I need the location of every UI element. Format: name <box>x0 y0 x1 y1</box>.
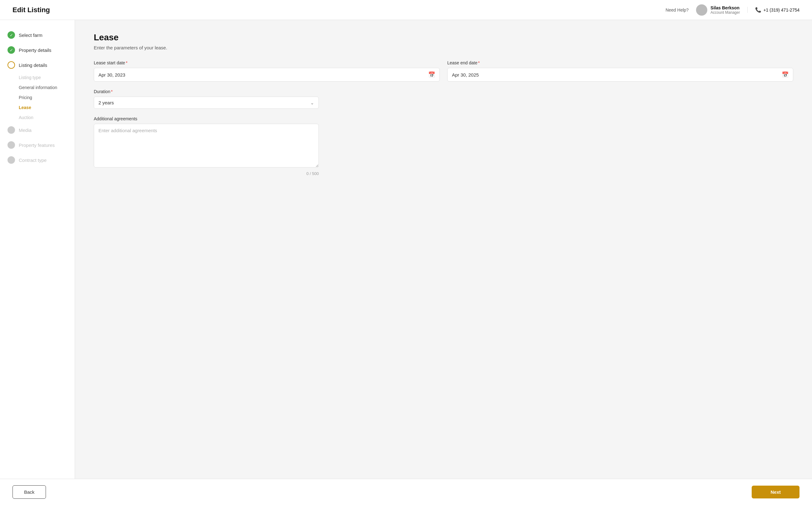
phone-number: +1 (319) 471-2754 <box>763 7 800 12</box>
sidebar-item-listing-details[interactable]: Listing details <box>0 57 75 72</box>
content-area: Lease Enter the parameters of your lease… <box>75 20 812 479</box>
sidebar-subitem-pricing[interactable]: Pricing <box>0 93 75 103</box>
additional-agreements-label: Additional agreements <box>94 116 319 121</box>
sidebar-subitem-label-general-information: General information <box>19 85 57 90</box>
phone-icon: 📞 <box>755 7 761 13</box>
step-circle-contract-type <box>7 156 15 164</box>
required-star-start: * <box>126 60 127 65</box>
user-name: Silas Berkson <box>710 5 740 10</box>
sidebar-subitem-auction: Auction <box>0 113 75 123</box>
checkmark-icon: ✓ <box>10 33 13 37</box>
sidebar-item-contract-type: Contract type <box>0 153 75 168</box>
char-count: 0 / 500 <box>94 171 319 176</box>
duration-select[interactable]: 2 years ⌄ <box>94 97 319 109</box>
header: Edit Listing Need Help? Silas Berkson Ac… <box>0 0 812 20</box>
step-circle-media <box>7 126 15 134</box>
duration-value: 2 years <box>99 100 310 105</box>
sidebar-item-property-details[interactable]: ✓ Property details <box>0 42 75 57</box>
step-circle-property-details: ✓ <box>7 46 15 54</box>
sidebar-subitem-label-pricing: Pricing <box>19 95 32 100</box>
need-help-text: Need Help? <box>665 7 688 12</box>
lease-end-date-label: Lease end date* <box>447 60 793 65</box>
chevron-down-icon: ⌄ <box>310 100 314 105</box>
checkmark-icon-2: ✓ <box>10 48 13 52</box>
sidebar-subitem-lease[interactable]: Lease <box>0 103 75 113</box>
calendar-icon-start[interactable]: 📅 <box>428 71 435 78</box>
calendar-icon-end[interactable]: 📅 <box>782 71 789 78</box>
avatar <box>696 4 707 16</box>
duration-group: Duration* 2 years ⌄ <box>94 89 319 109</box>
sidebar-subitem-label-listing-type: Listing type <box>19 75 41 80</box>
lease-end-date-group: Lease end date* Apr 30, 2025 📅 <box>447 60 793 81</box>
step-circle-listing-details <box>7 61 15 69</box>
user-info: Silas Berkson Account Manager <box>696 4 740 16</box>
required-star-duration: * <box>111 89 113 94</box>
sidebar-subitem-general-information[interactable]: General information <box>0 82 75 93</box>
user-details: Silas Berkson Account Manager <box>710 5 740 15</box>
additional-agreements-group: Additional agreements 0 / 500 <box>94 116 319 176</box>
lease-end-date-value: Apr 30, 2025 <box>452 72 782 77</box>
step-circle-property-features <box>7 141 15 149</box>
sidebar-label-property-features: Property features <box>19 143 55 148</box>
sidebar-subitem-label-auction: Auction <box>19 115 33 120</box>
lease-start-date-group: Lease start date* Apr 30, 2023 📅 <box>94 60 440 81</box>
sidebar-label-contract-type: Contract type <box>19 158 46 163</box>
sidebar: ✓ Select farm ✓ Property details Listing… <box>0 20 75 479</box>
sidebar-subitem-listing-type: Listing type <box>0 72 75 82</box>
step-circle-select-farm: ✓ <box>7 31 15 39</box>
sidebar-item-media: Media <box>0 123 75 138</box>
form-title: Lease <box>94 32 793 42</box>
sidebar-item-property-features: Property features <box>0 138 75 153</box>
header-right: Need Help? Silas Berkson Account Manager… <box>665 4 800 16</box>
required-star-end: * <box>478 60 480 65</box>
back-button[interactable]: Back <box>12 485 46 499</box>
lease-start-date-label: Lease start date* <box>94 60 440 65</box>
sidebar-label-select-farm: Select farm <box>19 32 42 38</box>
dates-row: Lease start date* Apr 30, 2023 📅 Lease e… <box>94 60 793 81</box>
additional-agreements-textarea[interactable] <box>94 124 319 168</box>
lease-start-date-input[interactable]: Apr 30, 2023 📅 <box>94 68 440 81</box>
sidebar-item-select-farm[interactable]: ✓ Select farm <box>0 27 75 42</box>
sidebar-label-listing-details: Listing details <box>19 62 47 68</box>
footer: Back Next <box>0 479 812 505</box>
lease-start-date-value: Apr 30, 2023 <box>99 72 428 77</box>
phone-info: 📞 +1 (319) 471-2754 <box>747 7 800 13</box>
lease-end-date-input[interactable]: Apr 30, 2025 📅 <box>447 68 793 81</box>
sidebar-label-property-details: Property details <box>19 47 51 53</box>
page-title: Edit Listing <box>12 6 50 14</box>
duration-label: Duration* <box>94 89 319 94</box>
form-subtitle: Enter the parameters of your lease. <box>94 45 793 50</box>
next-button[interactable]: Next <box>752 486 800 498</box>
user-role: Account Manager <box>710 10 740 15</box>
main-layout: ✓ Select farm ✓ Property details Listing… <box>0 20 812 479</box>
sidebar-subitem-label-lease: Lease <box>19 105 31 110</box>
sidebar-label-media: Media <box>19 128 32 133</box>
